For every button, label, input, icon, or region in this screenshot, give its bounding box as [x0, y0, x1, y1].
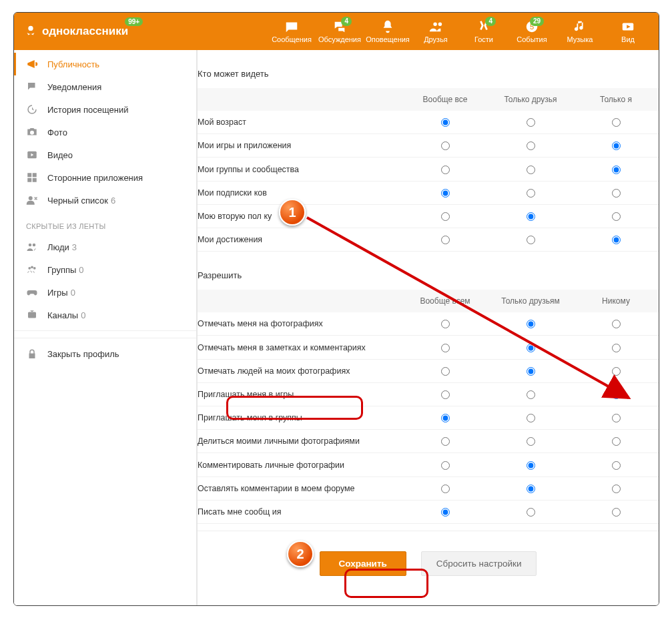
privacy-radio[interactable] [612, 236, 621, 244]
privacy-radio[interactable] [612, 344, 621, 352]
nav-notifications[interactable]: Оповещения [364, 19, 412, 43]
nav-friends[interactable]: Друзья [412, 19, 460, 43]
column-header: Только друзьям [488, 290, 573, 312]
groups-icon [26, 264, 38, 276]
privacy-radio[interactable] [612, 485, 621, 493]
nav-video[interactable]: Вид [604, 19, 652, 43]
sidebar-item-label: Уведомления [47, 82, 101, 92]
privacy-radio[interactable] [612, 212, 621, 221]
privacy-radio[interactable] [527, 212, 535, 221]
privacy-radio[interactable] [527, 390, 535, 399]
row-label: Делиться моими личными фотографиями [198, 430, 402, 453]
nav-badge: 4 [341, 17, 352, 26]
privacy-radio[interactable] [612, 390, 621, 399]
row-label: Отмечать меня на фотографиях [198, 312, 402, 336]
sidebar-item-count: 0 [71, 288, 75, 298]
privacy-radio[interactable] [527, 189, 535, 198]
privacy-radio[interactable] [441, 461, 450, 470]
privacy-radio[interactable] [527, 344, 535, 352]
sidebar-item-video[interactable]: Видео [14, 143, 196, 166]
privacy-radio[interactable] [527, 320, 535, 328]
table-row: Отмечать людей на моих фотографиях [198, 359, 659, 382]
privacy-radio[interactable] [612, 320, 621, 328]
privacy-radio[interactable] [441, 485, 450, 493]
privacy-radio[interactable] [527, 414, 535, 422]
sidebar-item-history[interactable]: История посещений [14, 98, 196, 121]
privacy-radio[interactable] [527, 367, 535, 376]
video-icon [621, 19, 635, 34]
privacy-radio[interactable] [612, 141, 621, 150]
privacy-radio[interactable] [527, 166, 535, 174]
privacy-radio[interactable] [527, 485, 535, 493]
privacy-radio[interactable] [441, 166, 450, 174]
privacy-radio[interactable] [527, 437, 535, 446]
nav-label: Друзья [424, 35, 448, 43]
privacy-radio[interactable] [527, 461, 535, 470]
sidebar-item-apps[interactable]: Сторонние приложения [14, 166, 196, 189]
row-label: Комментировать личные фотографии [198, 453, 402, 477]
privacy-radio[interactable] [527, 236, 535, 244]
sidebar-item-games[interactable]: Игры0 [14, 281, 196, 304]
sidebar-item-groups[interactable]: Группы0 [14, 258, 196, 281]
svg-rect-7 [27, 178, 31, 182]
sidebar-item-people[interactable]: Люди3 [14, 236, 196, 258]
privacy-radio[interactable] [441, 367, 450, 376]
privacy-radio[interactable] [441, 212, 450, 221]
sidebar-item-publicity[interactable]: Публичность [14, 53, 196, 75]
privacy-radio[interactable] [612, 414, 621, 422]
privacy-radio[interactable] [612, 508, 621, 517]
table-row: Мою вторую пол ку [198, 204, 659, 228]
ok-logo-icon [23, 24, 38, 39]
nav-label: Оповещения [366, 35, 410, 43]
privacy-radio[interactable] [612, 437, 621, 446]
publicity-icon [26, 58, 38, 70]
privacy-radio[interactable] [441, 320, 450, 328]
privacy-radio[interactable] [441, 118, 450, 127]
privacy-radio[interactable] [612, 166, 621, 174]
music-icon [573, 19, 587, 34]
sidebar-item-label: Игры [47, 288, 68, 298]
privacy-radio[interactable] [441, 189, 450, 198]
logo[interactable]: одноклассники 99+ [23, 24, 128, 39]
reset-button[interactable]: Сбросить настройки [421, 551, 537, 576]
top-nav: СообщенияОбсуждения4ОповещенияДрузьяГост… [268, 19, 652, 43]
nav-label: Сообщения [272, 35, 312, 43]
privacy-radio[interactable] [527, 118, 535, 127]
privacy-radio[interactable] [612, 461, 621, 470]
nav-discussions[interactable]: Обсуждения4 [316, 19, 364, 43]
privacy-radio[interactable] [441, 437, 450, 446]
messages-icon [284, 19, 299, 34]
sidebar-item-photo[interactable]: Фото [14, 121, 196, 143]
table-row: Оставлять комментарии в моем форуме [198, 477, 659, 500]
section-who-title: Кто может видеть [198, 69, 659, 88]
sidebar-item-label: Группы [47, 265, 76, 275]
brand-badge: 99+ [125, 17, 143, 26]
privacy-radio[interactable] [527, 508, 535, 517]
privacy-radio[interactable] [612, 367, 621, 376]
privacy-radio[interactable] [441, 390, 450, 399]
privacy-radio[interactable] [441, 414, 450, 422]
photo-icon [26, 126, 38, 138]
nav-messages[interactable]: Сообщения [268, 19, 316, 43]
nav-guests[interactable]: Гости4 [460, 19, 508, 43]
row-label: Мои достижения [198, 228, 402, 252]
nav-music[interactable]: Музыка [556, 19, 604, 43]
nav-events[interactable]: 5События29 [508, 19, 556, 43]
row-label: Писать мне сообщ ия [198, 500, 402, 523]
row-label: Мои подписки ков [198, 181, 402, 204]
svg-point-0 [28, 26, 33, 31]
sidebar-lock-profile[interactable]: Закрыть профиль [14, 338, 196, 360]
privacy-radio[interactable] [441, 508, 450, 517]
save-button[interactable]: Сохранить [320, 551, 406, 576]
privacy-radio[interactable] [612, 118, 621, 127]
sidebar-item-notifications[interactable]: Уведомления [14, 75, 196, 98]
privacy-radio[interactable] [612, 189, 621, 198]
privacy-radio[interactable] [441, 141, 450, 150]
privacy-radio[interactable] [441, 236, 450, 244]
privacy-radio[interactable] [527, 141, 535, 150]
privacy-radio[interactable] [441, 344, 450, 352]
nav-label: Музыка [567, 35, 593, 43]
sidebar-item-blacklist[interactable]: Черный список6 [14, 189, 196, 212]
row-label: Приглашать меня в группы [198, 406, 402, 430]
sidebar-item-channels[interactable]: Каналы0 [14, 304, 196, 326]
